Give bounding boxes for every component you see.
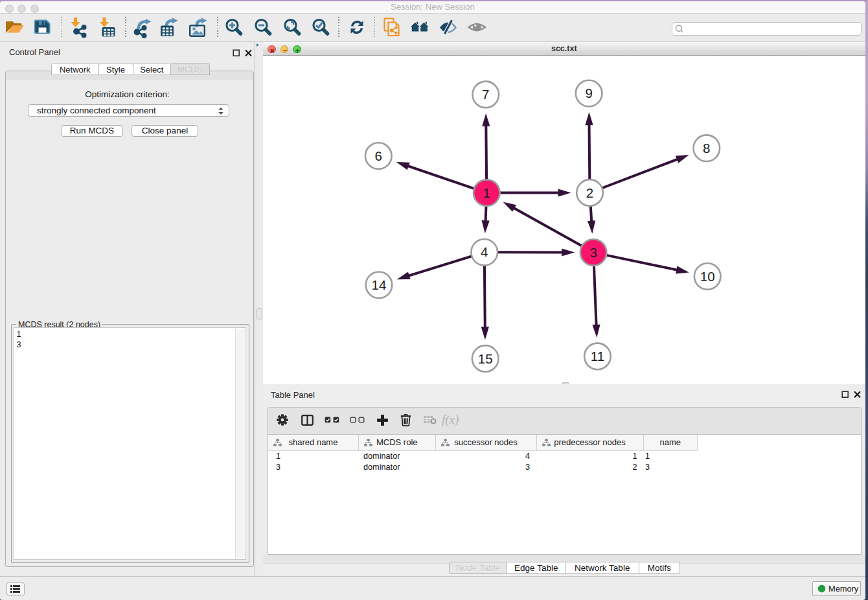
svg-text:f(x): f(x) xyxy=(442,413,459,427)
svg-text:7: 7 xyxy=(482,87,489,102)
svg-text:4: 4 xyxy=(480,244,487,259)
svg-text:1: 1 xyxy=(483,185,490,200)
svg-text:6: 6 xyxy=(374,148,382,163)
svg-text:14: 14 xyxy=(371,277,386,292)
svg-text:Memory: Memory xyxy=(828,584,859,594)
svg-text:15: 15 xyxy=(477,351,492,365)
svg-text:8: 8 xyxy=(703,141,710,156)
svg-text:11: 11 xyxy=(590,349,604,363)
svg-text:3: 3 xyxy=(589,244,597,259)
svg-text:2: 2 xyxy=(586,185,593,200)
svg-text:9: 9 xyxy=(585,86,592,100)
svg-text:10: 10 xyxy=(700,268,714,283)
